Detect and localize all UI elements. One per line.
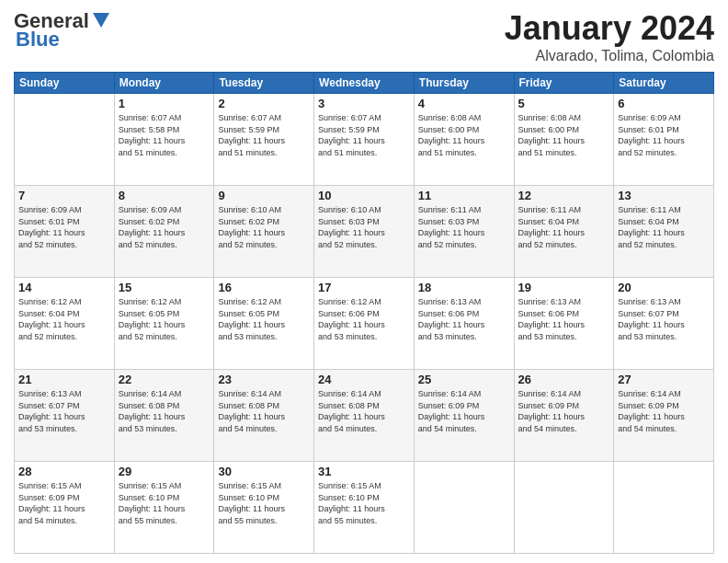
day-number: 19 [518, 281, 610, 294]
day-number: 29 [119, 465, 210, 478]
day-number: 15 [119, 281, 210, 294]
table-row: 6Sunrise: 6:09 AM Sunset: 6:01 PM Daylig… [614, 94, 714, 186]
col-wednesday: Wednesday [314, 73, 415, 94]
day-number: 10 [318, 189, 410, 202]
table-row: 15Sunrise: 6:12 AM Sunset: 6:05 PM Dayli… [114, 278, 214, 370]
day-info: Sunrise: 6:15 AM Sunset: 6:10 PM Dayligh… [318, 480, 410, 526]
table-row: 14Sunrise: 6:12 AM Sunset: 6:04 PM Dayli… [15, 278, 115, 370]
table-row: 23Sunrise: 6:14 AM Sunset: 6:08 PM Dayli… [214, 370, 314, 462]
col-sunday: Sunday [15, 73, 115, 94]
table-row: 30Sunrise: 6:15 AM Sunset: 6:10 PM Dayli… [214, 462, 314, 554]
table-row [514, 462, 614, 554]
day-info: Sunrise: 6:13 AM Sunset: 6:06 PM Dayligh… [518, 296, 610, 342]
day-info: Sunrise: 6:13 AM Sunset: 6:07 PM Dayligh… [618, 296, 710, 342]
header: General Blue January 2024 Alvarado, Toli… [14, 9, 714, 64]
day-info: Sunrise: 6:07 AM Sunset: 5:59 PM Dayligh… [218, 112, 310, 158]
day-number: 4 [418, 97, 510, 110]
day-number: 13 [618, 189, 710, 202]
col-monday: Monday [114, 73, 214, 94]
calendar-week-row: 14Sunrise: 6:12 AM Sunset: 6:04 PM Dayli… [15, 278, 714, 370]
table-row: 9Sunrise: 6:10 AM Sunset: 6:02 PM Daylig… [214, 186, 314, 278]
day-info: Sunrise: 6:09 AM Sunset: 6:02 PM Dayligh… [119, 204, 210, 250]
day-number: 22 [119, 373, 210, 386]
day-number: 23 [218, 373, 310, 386]
location-title: Alvarado, Tolima, Colombia [505, 48, 714, 64]
page: General Blue January 2024 Alvarado, Toli… [0, 0, 728, 563]
calendar-week-row: 1Sunrise: 6:07 AM Sunset: 5:58 PM Daylig… [15, 94, 714, 186]
logo-blue: Blue [16, 28, 60, 52]
table-row: 17Sunrise: 6:12 AM Sunset: 6:06 PM Dayli… [314, 278, 415, 370]
day-info: Sunrise: 6:14 AM Sunset: 6:08 PM Dayligh… [119, 388, 210, 434]
day-info: Sunrise: 6:09 AM Sunset: 6:01 PM Dayligh… [618, 112, 710, 158]
logo-arrow-icon [91, 9, 111, 29]
table-row: 12Sunrise: 6:11 AM Sunset: 6:04 PM Dayli… [514, 186, 614, 278]
col-friday: Friday [514, 73, 614, 94]
table-row: 29Sunrise: 6:15 AM Sunset: 6:10 PM Dayli… [114, 462, 214, 554]
month-title: January 2024 [505, 9, 714, 48]
table-row: 20Sunrise: 6:13 AM Sunset: 6:07 PM Dayli… [614, 278, 714, 370]
title-block: January 2024 Alvarado, Tolima, Colombia [505, 9, 714, 64]
day-number: 24 [318, 373, 410, 386]
day-number: 6 [618, 97, 710, 110]
table-row: 13Sunrise: 6:11 AM Sunset: 6:04 PM Dayli… [614, 186, 714, 278]
day-number: 28 [18, 465, 110, 478]
table-row: 16Sunrise: 6:12 AM Sunset: 6:05 PM Dayli… [214, 278, 314, 370]
table-row: 25Sunrise: 6:14 AM Sunset: 6:09 PM Dayli… [414, 370, 514, 462]
day-info: Sunrise: 6:12 AM Sunset: 6:06 PM Dayligh… [318, 296, 410, 342]
day-info: Sunrise: 6:14 AM Sunset: 6:08 PM Dayligh… [218, 388, 310, 434]
table-row: 11Sunrise: 6:11 AM Sunset: 6:03 PM Dayli… [414, 186, 514, 278]
col-saturday: Saturday [614, 73, 714, 94]
svg-marker-0 [93, 13, 109, 28]
day-number: 1 [119, 97, 210, 110]
day-number: 17 [318, 281, 410, 294]
day-info: Sunrise: 6:07 AM Sunset: 5:59 PM Dayligh… [318, 112, 410, 158]
table-row: 5Sunrise: 6:08 AM Sunset: 6:00 PM Daylig… [514, 94, 614, 186]
calendar-header-row: Sunday Monday Tuesday Wednesday Thursday… [15, 73, 714, 94]
logo: General Blue [14, 9, 111, 52]
day-info: Sunrise: 6:15 AM Sunset: 6:09 PM Dayligh… [18, 480, 110, 526]
day-number: 12 [518, 189, 610, 202]
day-number: 21 [18, 373, 110, 386]
table-row: 24Sunrise: 6:14 AM Sunset: 6:08 PM Dayli… [314, 370, 415, 462]
calendar-week-row: 21Sunrise: 6:13 AM Sunset: 6:07 PM Dayli… [15, 370, 714, 462]
day-info: Sunrise: 6:09 AM Sunset: 6:01 PM Dayligh… [18, 204, 110, 250]
table-row: 27Sunrise: 6:14 AM Sunset: 6:09 PM Dayli… [614, 370, 714, 462]
day-number: 9 [218, 189, 310, 202]
day-info: Sunrise: 6:13 AM Sunset: 6:06 PM Dayligh… [418, 296, 510, 342]
day-info: Sunrise: 6:12 AM Sunset: 6:05 PM Dayligh… [218, 296, 310, 342]
table-row: 2Sunrise: 6:07 AM Sunset: 5:59 PM Daylig… [214, 94, 314, 186]
day-info: Sunrise: 6:14 AM Sunset: 6:09 PM Dayligh… [518, 388, 610, 434]
col-tuesday: Tuesday [214, 73, 314, 94]
table-row: 28Sunrise: 6:15 AM Sunset: 6:09 PM Dayli… [15, 462, 115, 554]
table-row: 8Sunrise: 6:09 AM Sunset: 6:02 PM Daylig… [114, 186, 214, 278]
day-number: 14 [18, 281, 110, 294]
calendar-week-row: 7Sunrise: 6:09 AM Sunset: 6:01 PM Daylig… [15, 186, 714, 278]
day-number: 8 [119, 189, 210, 202]
col-thursday: Thursday [414, 73, 514, 94]
day-info: Sunrise: 6:14 AM Sunset: 6:08 PM Dayligh… [318, 388, 410, 434]
day-number: 20 [618, 281, 710, 294]
table-row: 3Sunrise: 6:07 AM Sunset: 5:59 PM Daylig… [314, 94, 415, 186]
calendar-week-row: 28Sunrise: 6:15 AM Sunset: 6:09 PM Dayli… [15, 462, 714, 554]
day-info: Sunrise: 6:10 AM Sunset: 6:03 PM Dayligh… [318, 204, 410, 250]
day-info: Sunrise: 6:13 AM Sunset: 6:07 PM Dayligh… [18, 388, 110, 434]
calendar-table: Sunday Monday Tuesday Wednesday Thursday… [14, 72, 714, 554]
day-number: 5 [518, 97, 610, 110]
day-number: 3 [318, 97, 410, 110]
day-info: Sunrise: 6:11 AM Sunset: 6:03 PM Dayligh… [418, 204, 510, 250]
table-row: 21Sunrise: 6:13 AM Sunset: 6:07 PM Dayli… [15, 370, 115, 462]
day-info: Sunrise: 6:15 AM Sunset: 6:10 PM Dayligh… [119, 480, 210, 526]
table-row [15, 94, 115, 186]
table-row [414, 462, 514, 554]
day-info: Sunrise: 6:08 AM Sunset: 6:00 PM Dayligh… [418, 112, 510, 158]
table-row: 7Sunrise: 6:09 AM Sunset: 6:01 PM Daylig… [15, 186, 115, 278]
table-row: 22Sunrise: 6:14 AM Sunset: 6:08 PM Dayli… [114, 370, 214, 462]
day-info: Sunrise: 6:12 AM Sunset: 6:04 PM Dayligh… [18, 296, 110, 342]
day-number: 7 [18, 189, 110, 202]
day-info: Sunrise: 6:15 AM Sunset: 6:10 PM Dayligh… [218, 480, 310, 526]
day-number: 16 [218, 281, 310, 294]
table-row: 26Sunrise: 6:14 AM Sunset: 6:09 PM Dayli… [514, 370, 614, 462]
table-row: 18Sunrise: 6:13 AM Sunset: 6:06 PM Dayli… [414, 278, 514, 370]
day-info: Sunrise: 6:07 AM Sunset: 5:58 PM Dayligh… [119, 112, 210, 158]
day-info: Sunrise: 6:14 AM Sunset: 6:09 PM Dayligh… [618, 388, 710, 434]
